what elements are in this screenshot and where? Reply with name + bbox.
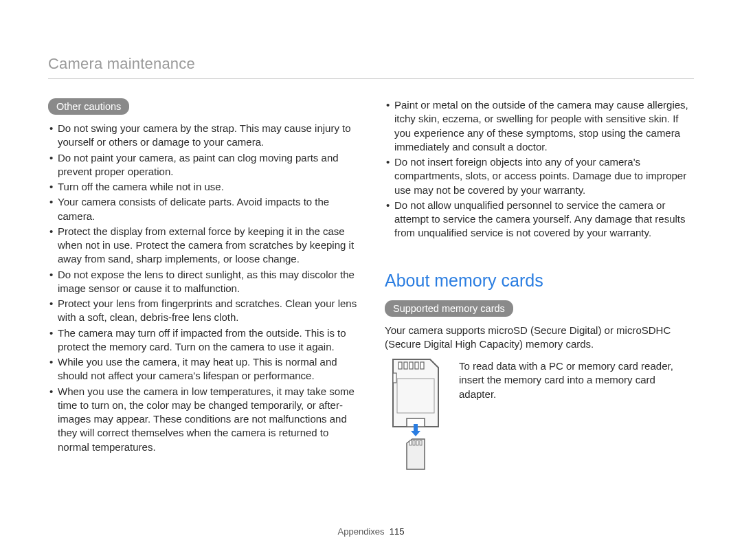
right-top-list: Paint or metal on the outside of the cam… — [385, 98, 694, 240]
svg-rect-4 — [420, 362, 424, 369]
list-item: Do not paint your camera, as paint can c… — [48, 151, 357, 179]
svg-rect-11 — [420, 440, 422, 445]
list-item: Turn off the camera while not in use. — [48, 180, 357, 194]
list-item: Do not insert foreign objects into any o… — [385, 155, 694, 197]
list-item: Your camera consists of delicate parts. … — [48, 195, 357, 223]
supported-memory-cards-heading: Supported memory cards — [385, 300, 513, 317]
sd-card-adapter-icon — [393, 359, 438, 427]
page-header-title: Camera maintenance — [48, 55, 694, 79]
footer-page-number: 115 — [390, 526, 405, 537]
list-item: The camera may turn off if impacted from… — [48, 326, 357, 355]
svg-rect-8 — [409, 440, 412, 445]
list-item: Do not swing your camera by the strap. T… — [48, 122, 357, 150]
right-column: Paint or metal on the outside of the cam… — [385, 98, 694, 475]
svg-rect-10 — [416, 440, 418, 445]
manual-page: Camera maintenance Other cautions Do not… — [0, 0, 742, 560]
list-item: Protect your lens from fingerprints and … — [48, 297, 357, 325]
list-item: While you use the camera, it may heat up… — [48, 355, 357, 383]
svg-rect-3 — [415, 362, 418, 369]
about-memory-cards-heading: About memory cards — [385, 271, 694, 291]
left-column: Other cautions Do not swing your camera … — [48, 98, 357, 475]
micro-sd-card-icon — [407, 439, 425, 469]
other-cautions-heading: Other cautions — [48, 98, 129, 115]
list-item: Protect the display from external force … — [48, 225, 357, 267]
svg-rect-0 — [398, 362, 402, 369]
list-item: Do not allow unqualified personnel to se… — [385, 199, 694, 240]
list-item: When you use the camera in low temperatu… — [48, 385, 357, 454]
adapter-note-text: To read data with a PC or memory card re… — [459, 358, 694, 401]
two-column-layout: Other cautions Do not swing your camera … — [48, 98, 694, 475]
sd-card-adapter-illustration — [385, 358, 447, 475]
svg-rect-1 — [404, 362, 407, 369]
adapter-note-row: To read data with a PC or memory card re… — [385, 358, 694, 475]
other-cautions-list: Do not swing your camera by the strap. T… — [48, 122, 357, 454]
list-item: Paint or metal on the outside of the cam… — [385, 98, 694, 154]
svg-rect-9 — [413, 440, 415, 445]
svg-rect-2 — [409, 362, 413, 369]
supported-cards-body: Your camera supports microSD (Secure Dig… — [385, 324, 694, 352]
svg-rect-5 — [393, 373, 396, 383]
list-item: Do not expose the lens to direct sunligh… — [48, 268, 357, 296]
footer-section: Appendixes — [338, 526, 385, 537]
page-footer: Appendixes 115 — [0, 526, 742, 537]
